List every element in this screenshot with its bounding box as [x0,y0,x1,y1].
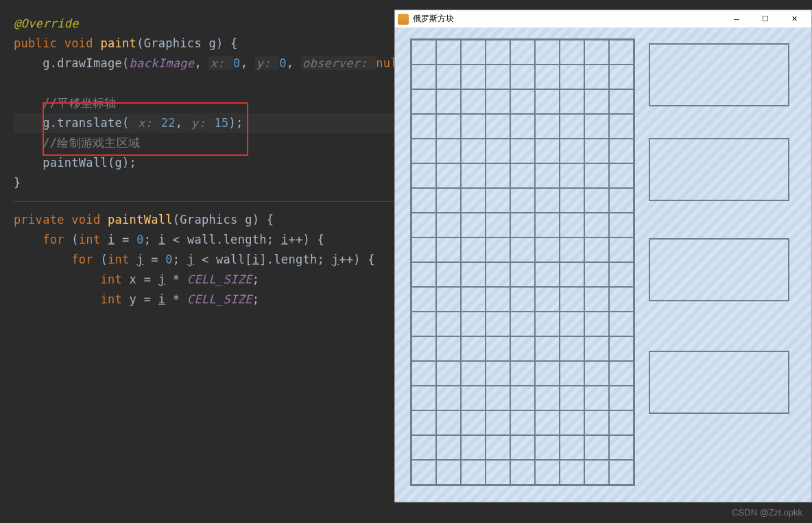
grid-cell [510,336,535,361]
grid-cell [461,435,486,460]
grid-cell [560,460,584,485]
grid-cell [436,435,461,460]
grid-cell [584,237,609,262]
grid-cell [461,40,486,65]
grid-cell [584,386,609,410]
side-panel-2 [649,138,789,201]
grid-cell [436,89,461,114]
grid-cell [535,435,560,460]
grid-cell [510,65,535,89]
grid-cell [535,460,560,485]
grid-cell [510,460,535,485]
grid-cell [436,386,461,410]
grid-cell [411,336,436,361]
grid-cell [461,188,486,213]
grid-cell [609,410,634,435]
grid-cell [461,386,486,410]
code-line[interactable]: //平移坐标轴 [14,93,394,113]
grid-cell [584,361,609,386]
grid-cell [461,361,486,386]
grid-cell [584,435,609,460]
code-line[interactable] [14,73,394,93]
grid-cell [609,460,634,485]
grid-cell [411,40,436,65]
maximize-button[interactable]: ☐ [751,10,780,28]
grid-cell [411,213,436,237]
grid-cell [609,287,634,312]
code-line[interactable]: public void paint(Graphics g) { [14,34,394,54]
code-line[interactable]: int y = i * CELL_SIZE; [14,290,394,310]
grid-cell [609,435,634,460]
grid-cell [461,460,486,485]
grid-cell [560,237,584,262]
code-line[interactable]: g.drawImage(backImage, x: 0, y: 0, obser… [14,54,394,73]
grid-cell [436,410,461,435]
minimize-button[interactable]: ─ [722,10,751,28]
grid-cell [510,139,535,163]
grid-cell [609,336,634,361]
grid-cell [560,188,584,213]
close-button[interactable]: ✕ [780,10,809,28]
code-line[interactable]: for (int j = 0; j < wall[i].length; j++)… [14,250,394,270]
grid-cell [436,262,461,287]
java-icon [398,14,409,25]
code-line[interactable]: paintWall(g); [14,153,394,173]
grid-cell [609,386,634,410]
grid-cell [486,139,510,163]
grid-cell [535,237,560,262]
grid-cell [461,312,486,336]
code-line[interactable]: @Override [14,14,394,34]
side-panel-1 [649,43,789,106]
grid-cell [535,312,560,336]
grid-cell [535,40,560,65]
code-line[interactable]: int x = j * CELL_SIZE; [14,270,394,290]
grid-cell [411,237,436,262]
grid-cell [560,410,584,435]
code-editor[interactable]: @Overridepublic void paint(Graphics g) {… [0,0,394,523]
grid-cell [510,114,535,139]
grid-cell [486,213,510,237]
grid-cell [510,40,535,65]
grid-cell [560,40,584,65]
grid-cell [486,336,510,361]
grid-cell [609,361,634,386]
grid-cell [535,188,560,213]
grid-cell [436,460,461,485]
code-line[interactable]: } [14,173,394,193]
grid-cell [609,114,634,139]
grid-cell [609,163,634,188]
code-line[interactable]: for (int i = 0; i < wall.length; i++) { [14,230,394,250]
grid-cell [560,89,584,114]
grid-cell [609,237,634,262]
grid-cell [609,262,634,287]
grid-cell [560,262,584,287]
grid-cell [535,262,560,287]
code-line[interactable]: //绘制游戏主区域 [14,133,394,153]
grid-cell [461,114,486,139]
grid-cell [510,435,535,460]
grid-cell [510,213,535,237]
grid-cell [584,188,609,213]
grid-cell [461,65,486,89]
grid-cell [584,336,609,361]
grid-cell [584,213,609,237]
grid-cell [411,386,436,410]
grid-cell [436,65,461,89]
grid-cell [584,65,609,89]
window-titlebar[interactable]: 俄罗斯方块 ─ ☐ ✕ [395,10,811,28]
grid-cell [560,287,584,312]
grid-cell [510,386,535,410]
grid-cell [609,89,634,114]
grid-cell [411,262,436,287]
grid-cell [609,213,634,237]
grid-cell [436,361,461,386]
code-line[interactable]: g.translate( x: 22, y: 15); [14,113,394,133]
grid-cell [436,287,461,312]
grid-cell [436,312,461,336]
grid-cell [411,361,436,386]
grid-cell [486,89,510,114]
grid-cell [411,287,436,312]
grid-cell [584,287,609,312]
grid-cell [486,65,510,89]
code-line[interactable]: private void paintWall(Graphics g) { [14,210,394,230]
